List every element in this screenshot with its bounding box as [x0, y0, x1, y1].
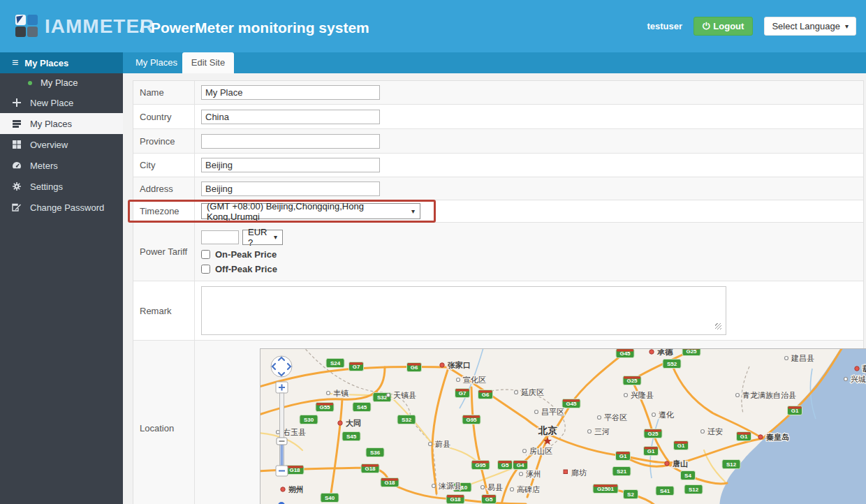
map-road-badge: G1: [788, 406, 802, 415]
svg-text:G18: G18: [365, 466, 376, 472]
map-road-badge: S41: [656, 487, 674, 496]
map-road-badge: S2: [624, 490, 638, 499]
svg-text:G7: G7: [459, 390, 467, 396]
svg-text:G1: G1: [647, 448, 655, 454]
city-input[interactable]: [201, 158, 380, 172]
map-road-badge: G6: [478, 390, 493, 399]
map-road-badge: G45: [562, 399, 580, 408]
sidebar-header[interactable]: ≡ My Places: [0, 52, 123, 73]
svg-text:天镇县: 天镇县: [393, 391, 416, 399]
svg-text:G6: G6: [482, 392, 490, 398]
map-road-badge: G1: [674, 441, 689, 450]
map-road-badge: S36: [366, 448, 384, 457]
tab-edit-site[interactable]: Edit Site: [182, 52, 234, 73]
map-city-label: 三河: [588, 427, 610, 436]
username-label: testuser: [647, 21, 682, 31]
map-city-label: 高碑店: [511, 485, 541, 494]
timezone-label: Timezone: [133, 200, 195, 222]
address-input[interactable]: [201, 181, 380, 196]
map-road-badge: S21: [612, 467, 631, 476]
remark-label: Remark: [133, 281, 195, 340]
map-road-badge: G7: [349, 362, 364, 371]
svg-text:S36: S36: [370, 450, 381, 456]
map-city-label: 昌平区: [535, 408, 565, 416]
form-row-country: Country: [133, 105, 863, 129]
svg-text:张家口: 张家口: [448, 361, 471, 369]
offpeak-checkbox[interactable]: [201, 265, 210, 274]
svg-text:G95: G95: [475, 462, 486, 468]
map-road-badge: G25: [623, 376, 641, 385]
sidebar-item-overview[interactable]: Overview: [0, 134, 123, 155]
svg-text:G25: G25: [626, 378, 638, 384]
logout-button[interactable]: ⏻ Logout: [693, 17, 753, 36]
map-road-badge: G6: [407, 363, 422, 372]
svg-text:S12: S12: [689, 487, 699, 493]
province-input[interactable]: [201, 134, 380, 149]
country-label: Country: [133, 105, 195, 128]
edit-pencil-icon: [12, 202, 22, 212]
content-area: Name Country Province City Address Timez…: [123, 73, 866, 504]
sidebar-item-new-place[interactable]: New Place: [0, 92, 123, 113]
location-map[interactable]: S24G7G6G45G25S52G25G45S32G7G6G55S45S30S3…: [260, 348, 866, 504]
svg-text:承德: 承德: [656, 349, 673, 356]
map-road-badge: G18: [381, 478, 399, 487]
city-label: City: [133, 154, 195, 177]
svg-text:G6: G6: [411, 364, 418, 371]
map-city-label: 迁安: [701, 427, 724, 436]
svg-text:G55: G55: [319, 404, 330, 410]
svg-text:朔州: 朔州: [288, 485, 304, 494]
map-road-badge: S32: [397, 415, 416, 424]
remark-textarea[interactable]: [201, 286, 726, 335]
resize-grip-icon[interactable]: [715, 323, 721, 329]
svg-text:右玉县: 右玉县: [283, 428, 306, 436]
svg-text:延庆区: 延庆区: [521, 388, 544, 396]
map-pan-control[interactable]: [271, 356, 292, 377]
onpeak-checkbox[interactable]: [201, 250, 210, 259]
map-road-badge: S4: [681, 471, 696, 480]
map-road-badge: S12: [722, 460, 740, 469]
name-label: Name: [133, 81, 195, 104]
iammeter-logo-icon: [15, 15, 38, 38]
sidebar-item-change-password[interactable]: Change Password: [0, 197, 123, 218]
sidebar-item-settings[interactable]: Settings: [0, 176, 123, 197]
svg-text:建昌县: 建昌县: [791, 354, 814, 362]
svg-text:迁安: 迁安: [707, 427, 723, 436]
svg-text:廊坊: 廊坊: [571, 468, 587, 477]
svg-text:遵化: 遵化: [659, 410, 674, 419]
currency-select[interactable]: EUR ? ▾: [242, 230, 283, 245]
address-label: Address: [133, 177, 195, 200]
svg-text:S2: S2: [627, 491, 634, 498]
sidebar-item-my-places[interactable]: My Places: [0, 113, 123, 134]
caret-down-icon: ▾: [411, 207, 415, 215]
map-city-label: 房山区: [523, 447, 553, 455]
select-language-button[interactable]: Select Language ▾: [764, 17, 856, 36]
country-input[interactable]: [201, 110, 380, 124]
onpeak-label: On-Peak Price: [215, 249, 277, 260]
svg-text:蔚县: 蔚县: [435, 440, 450, 448]
svg-text:G1: G1: [677, 443, 685, 449]
sidebar-item-meters[interactable]: Meters: [0, 155, 123, 176]
form-row-name: Name: [133, 81, 863, 105]
svg-text:S45: S45: [346, 433, 357, 440]
svg-text:G1: G1: [619, 453, 627, 459]
map-city-label: 兴隆县: [624, 391, 654, 399]
hamburger-icon: ≡: [12, 57, 18, 69]
timezone-select[interactable]: (GMT +08:00) Beijing,Chongqing,Hong Kong…: [201, 203, 420, 219]
map-svg: S24G7G6G45G25S52G25G45S32G7G6G55S45S30S3…: [260, 349, 866, 504]
map-road-badge: S24: [326, 359, 344, 368]
svg-text:S32: S32: [377, 394, 388, 401]
map-road-badge: G18: [446, 495, 464, 504]
map-city-label: 朔州: [281, 485, 304, 494]
caret-down-icon: ▾: [274, 233, 277, 241]
app-header: IAMMETER / PowerMeter monitoring system …: [0, 0, 866, 52]
form-row-province: Province: [133, 129, 863, 154]
map-city-label: 易县: [481, 483, 504, 491]
name-input[interactable]: [201, 85, 380, 100]
location-label: Location: [133, 341, 195, 504]
tariff-price-input[interactable]: [201, 230, 239, 244]
map-city-label: 建昌县: [785, 354, 815, 362]
grid-icon: [12, 140, 22, 149]
form-row-location: Location: [133, 341, 863, 504]
sidebar-item-my-place[interactable]: My Place: [0, 73, 123, 92]
tab-my-places[interactable]: My Places: [123, 52, 190, 73]
